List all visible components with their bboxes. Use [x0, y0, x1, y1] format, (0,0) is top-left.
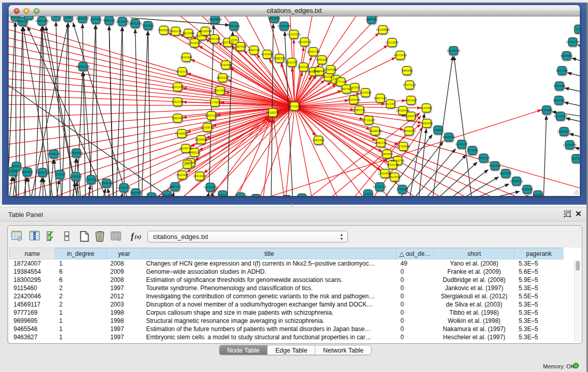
svg-text:1174444: 1174444 [467, 149, 479, 152]
svg-text:10671355: 10671355 [128, 22, 142, 25]
svg-text:39154: 39154 [9, 170, 17, 173]
svg-text:7955812: 7955812 [316, 58, 328, 61]
svg-text:9171: 9171 [219, 193, 226, 196]
svg-text:11325419: 11325419 [287, 33, 301, 36]
svg-text:1156829: 1156829 [21, 170, 34, 173]
svg-text:20364456: 20364456 [347, 98, 361, 101]
svg-text:96126: 96126 [163, 193, 171, 196]
svg-text:16154808: 16154808 [376, 28, 390, 31]
svg-text:9329966: 9329966 [560, 54, 573, 57]
svg-text:17975115: 17975115 [403, 83, 417, 86]
svg-text:9227349: 9227349 [556, 69, 568, 72]
svg-text:15720407: 15720407 [362, 119, 376, 122]
svg-text:9084067: 9084067 [381, 152, 393, 156]
svg-text:16543362: 16543362 [188, 41, 202, 45]
svg-text:20053346: 20053346 [76, 65, 90, 68]
svg-text:7357224: 7357224 [228, 25, 240, 28]
svg-text:16961758: 16961758 [307, 50, 320, 53]
svg-text:15300275: 15300275 [266, 111, 280, 114]
svg-text:8990445: 8990445 [313, 70, 325, 73]
svg-text:8186328: 8186328 [208, 37, 221, 40]
svg-text:1733426: 1733426 [396, 188, 408, 191]
svg-text:10025458: 10025458 [396, 109, 410, 112]
svg-text:10807487: 10807487 [374, 97, 387, 100]
svg-text:1065: 1065 [64, 16, 72, 19]
svg-text:9115460: 9115460 [421, 106, 433, 110]
svg-text:10653287: 10653287 [76, 17, 90, 20]
svg-text:1527602: 1527602 [90, 18, 102, 21]
svg-text:10973493: 10973493 [394, 54, 407, 57]
svg-text:10688609: 10688609 [368, 129, 382, 133]
svg-text:8471676: 8471676 [499, 172, 512, 175]
svg-text:917006: 917006 [210, 101, 221, 104]
svg-text:9699695: 9699695 [421, 122, 433, 125]
svg-text:8427552: 8427552 [214, 89, 226, 92]
svg-text:9245652: 9245652 [521, 188, 533, 191]
svg-text:12942757: 12942757 [36, 171, 50, 174]
svg-text:6466160: 6466160 [103, 19, 115, 22]
svg-text:7663822: 7663822 [158, 29, 170, 32]
svg-text:17359926: 17359926 [70, 151, 83, 155]
svg-text:f: f [131, 232, 135, 241]
svg-text:252254: 252254 [389, 176, 400, 179]
svg-text:9322037: 9322037 [286, 61, 298, 64]
svg-text:85216: 85216 [236, 195, 245, 196]
svg-text:20691406: 20691406 [35, 19, 49, 23]
svg-text:1221336: 1221336 [171, 85, 184, 89]
svg-text:9327503: 9327503 [195, 34, 208, 37]
svg-text:6794028: 6794028 [324, 68, 337, 71]
svg-text:2718176: 2718176 [176, 70, 188, 73]
svg-text:97: 97 [27, 16, 31, 17]
svg-text:2803144: 2803144 [216, 76, 229, 79]
svg-text:2342004: 2342004 [180, 56, 192, 59]
svg-text:16046786: 16046786 [179, 147, 193, 150]
svg-text:1965492: 1965492 [171, 117, 184, 120]
svg-text:8267150: 8267150 [205, 114, 217, 117]
svg-text:1880724: 1880724 [375, 141, 387, 144]
svg-text:14136141: 14136141 [373, 185, 387, 188]
svg-text:116753: 116753 [571, 157, 580, 160]
svg-text:1692346: 1692346 [129, 191, 142, 194]
svg-text:16495794: 16495794 [404, 115, 418, 118]
svg-text:1588520: 1588520 [273, 57, 286, 60]
svg-text:120234: 120234 [363, 192, 374, 195]
svg-text:19654923: 19654923 [402, 129, 416, 133]
svg-text:7625402: 7625402 [176, 173, 188, 177]
svg-text:9660124: 9660124 [169, 30, 182, 33]
svg-text:15692971: 15692971 [557, 130, 571, 133]
svg-text:8678552: 8678552 [195, 138, 207, 141]
svg-text:10654112: 10654112 [510, 180, 524, 183]
svg-text:9777169: 9777169 [335, 80, 347, 83]
svg-text:924505: 924505 [533, 193, 543, 196]
svg-text:84: 84 [54, 16, 58, 18]
svg-text:1010755: 1010755 [171, 100, 184, 103]
svg-text:1209388: 1209388 [553, 84, 565, 87]
svg-text:1573: 1573 [184, 163, 191, 166]
svg-text:3624554: 3624554 [359, 91, 372, 94]
svg-text:16648784: 16648784 [447, 49, 461, 52]
svg-text:13958107: 13958107 [100, 182, 114, 185]
svg-text:90210: 90210 [147, 195, 156, 196]
svg-text:1546: 1546 [230, 38, 237, 41]
svg-text:62160: 62160 [386, 102, 395, 105]
svg-text:9242848: 9242848 [220, 63, 232, 67]
svg-text:11353594: 11353594 [201, 126, 214, 129]
svg-text:7086372: 7086372 [353, 108, 365, 112]
svg-text:1117: 1117 [576, 28, 580, 31]
svg-text:7515526: 7515526 [142, 24, 154, 27]
svg-text:8215955: 8215955 [540, 108, 553, 112]
svg-text:985001: 985001 [11, 165, 22, 168]
svg-text:18724007: 18724007 [288, 105, 302, 108]
svg-text:1384854: 1384854 [312, 139, 324, 142]
svg-text:6479197: 6479197 [455, 143, 468, 146]
svg-text:3498222: 3498222 [188, 151, 201, 154]
svg-text:144095: 144095 [433, 128, 444, 132]
svg-text:1250513: 1250513 [70, 175, 82, 178]
svg-text:17957225: 17957225 [84, 178, 98, 181]
svg-text:16914479: 16914479 [193, 174, 207, 178]
svg-text:8813054: 8813054 [268, 17, 280, 20]
svg-text:15716485: 15716485 [204, 186, 217, 189]
svg-text:7485063: 7485063 [401, 69, 413, 72]
svg-text:746266: 746266 [350, 86, 360, 89]
svg-text:16033809: 16033809 [208, 18, 222, 21]
